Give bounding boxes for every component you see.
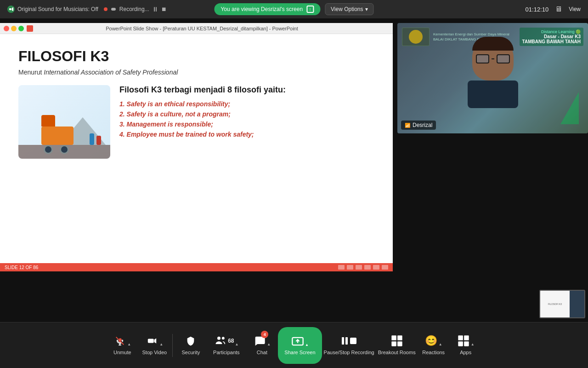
participants-icon — [214, 334, 227, 347]
list-header: Filosofi K3 terbagi menjadi 8 filosofi y… — [119, 85, 374, 95]
svg-rect-0 — [9, 8, 11, 10]
view-label[interactable]: View — [569, 6, 581, 12]
participants-count: 68 — [228, 338, 234, 344]
bg-title-overlay: Distance Learning 🟢Dasar - Dasar K3TAMBA… — [520, 28, 583, 46]
share-screen-label: Share Screen — [284, 350, 315, 356]
security-button[interactable]: Security — [175, 327, 207, 364]
powerpoint-icon — [27, 25, 33, 32]
list-item-3: 3. Management is responsible; — [119, 121, 374, 128]
powerpoint-window: PowerPoint Slide Show - [Peraturan UU KE… — [0, 23, 393, 271]
participant-name-badge: 📶 Desrizal — [401, 121, 436, 130]
svg-marker-1 — [12, 7, 13, 11]
viewing-banner: You are viewing Desrizal's screen ↑ — [214, 3, 320, 15]
participants-button[interactable]: 68 ▲ Participants — [207, 327, 246, 364]
pause-stop-recording-button[interactable]: Pause/Stop Recording — [322, 327, 376, 364]
participant-background: Kementerian Energi dan Sumber Daya Miner… — [397, 23, 588, 133]
pause-icon: ⏸ — [152, 6, 158, 13]
svg-rect-12 — [397, 336, 402, 341]
list-item-4: 4. Employee must be trained to work safe… — [119, 131, 374, 138]
original-sound-label: Original Sound for Musicians: Off — [17, 6, 98, 12]
ppt-slide-number: SLIDE 12 OF 86 — [5, 265, 38, 270]
reactions-button[interactable]: 😊 ▲ Reactions — [418, 327, 450, 364]
svg-rect-15 — [458, 336, 463, 341]
window-minimize-button[interactable] — [11, 26, 17, 31]
participant-avatar — [465, 37, 520, 120]
svg-rect-18 — [464, 342, 469, 347]
ppt-footer: SLIDE 12 OF 86 — [0, 263, 393, 271]
svg-point-8 — [217, 337, 220, 340]
mic-muted-icon — [113, 334, 126, 347]
breakout-rooms-icon — [390, 334, 403, 347]
chat-caret-icon[interactable]: ▲ — [267, 342, 271, 346]
breakout-rooms-label: Breakout Rooms — [378, 350, 416, 356]
list-item-1: 1. Safety is an ethical responsibility; — [119, 100, 374, 108]
slide-body: Filosofi K3 terbagi menjadi 8 filosofi y… — [18, 85, 374, 159]
recording-dot-icon — [104, 7, 107, 11]
reactions-caret-icon[interactable]: ▲ — [439, 342, 442, 346]
apps-label: Apps — [460, 350, 471, 356]
apps-button[interactable]: ▲ Apps — [450, 327, 482, 364]
svg-rect-6 — [148, 339, 154, 343]
mini-thumbnail: FILOSOFI K3 — [539, 290, 585, 318]
svg-rect-2 — [111, 8, 116, 11]
zoom-logo-icon — [7, 6, 15, 13]
recording-indicator[interactable]: Recording... ⏸ ⏹ — [104, 6, 167, 13]
bottom-toolbar: ▲ Unmute ▲ Stop Video Security — [0, 322, 588, 368]
share-screen-button[interactable]: ▲ Share Screen — [278, 327, 322, 364]
upload-icon: ↑ — [306, 6, 314, 13]
svg-rect-14 — [397, 342, 402, 347]
mini-thumb-slide: FILOSOFI K3 — [540, 291, 570, 317]
viewing-banner-text: You are viewing Desrizal's screen — [220, 6, 303, 12]
reactions-icon: 😊 — [425, 334, 438, 347]
shield-icon — [184, 334, 197, 347]
subtitle-italic-text: International Association of Safety Prof… — [44, 69, 178, 76]
mini-thumb-person — [570, 291, 584, 317]
unmute-caret-icon[interactable]: ▲ — [127, 342, 131, 346]
top-bar: Original Sound for Musicians: Off Record… — [0, 0, 588, 18]
svg-marker-7 — [154, 339, 157, 344]
video-icon — [146, 334, 158, 347]
stop-video-label: Stop Video — [142, 350, 167, 356]
participant-video: Kementerian Energi dan Sumber Daya Miner… — [397, 23, 588, 133]
unmute-button[interactable]: ▲ Unmute — [106, 327, 138, 364]
apps-icon — [457, 334, 470, 347]
apps-caret-icon[interactable]: ▲ — [471, 342, 475, 346]
ppt-slide-content: FILOSOFI K3 Menurut International Associ… — [0, 34, 393, 263]
ppt-footer-icons — [338, 265, 388, 270]
stop-icon: ⏹ — [161, 6, 167, 12]
svg-rect-16 — [464, 336, 469, 341]
svg-point-9 — [222, 337, 225, 340]
share-screen-icon — [291, 335, 304, 348]
pause-stop-label: Pause/Stop Recording — [324, 350, 374, 356]
window-controls — [4, 26, 24, 31]
participant-name: Desrizal — [413, 122, 432, 128]
participants-caret-icon[interactable]: ▲ — [235, 342, 239, 346]
monitor-icon: 🖥 — [555, 5, 562, 13]
ppt-window-title: PowerPoint Slide Show - [Peraturan UU KE… — [106, 26, 298, 31]
original-sound-indicator[interactable]: Original Sound for Musicians: Off — [7, 6, 98, 13]
slide-subtitle: Menurut International Association of Saf… — [18, 69, 374, 76]
chat-button[interactable]: 4 ▲ Chat — [246, 327, 278, 364]
view-options-button[interactable]: View Options ▾ — [325, 3, 373, 15]
recording-label: Recording... — [119, 6, 149, 12]
logo-icon — [409, 30, 423, 44]
ppt-title-bar: PowerPoint Slide Show - [Peraturan UU KE… — [0, 23, 393, 34]
pause-stop-icon — [343, 334, 356, 347]
logo-box — [402, 28, 430, 46]
cloud-icon — [110, 6, 117, 12]
stop-video-button[interactable]: ▲ Stop Video — [138, 327, 170, 364]
window-maximize-button[interactable] — [18, 26, 24, 31]
toolbar-divider-1 — [172, 334, 173, 357]
chat-label: Chat — [257, 350, 267, 356]
slide-title: FILOSOFI K3 — [18, 48, 374, 65]
clock-time: 01:12:10 — [526, 6, 549, 13]
video-caret-icon[interactable]: ▲ — [159, 342, 163, 346]
slide-illustration — [18, 85, 110, 159]
share-screen-caret-icon[interactable]: ▲ — [305, 343, 309, 347]
chevron-down-icon: ▾ — [365, 6, 368, 12]
window-close-button[interactable] — [4, 26, 9, 31]
slide-list: Filosofi K3 terbagi menjadi 8 filosofi y… — [119, 85, 374, 141]
breakout-rooms-button[interactable]: Breakout Rooms — [376, 327, 418, 364]
svg-rect-17 — [458, 342, 463, 347]
participants-label: Participants — [213, 350, 239, 356]
